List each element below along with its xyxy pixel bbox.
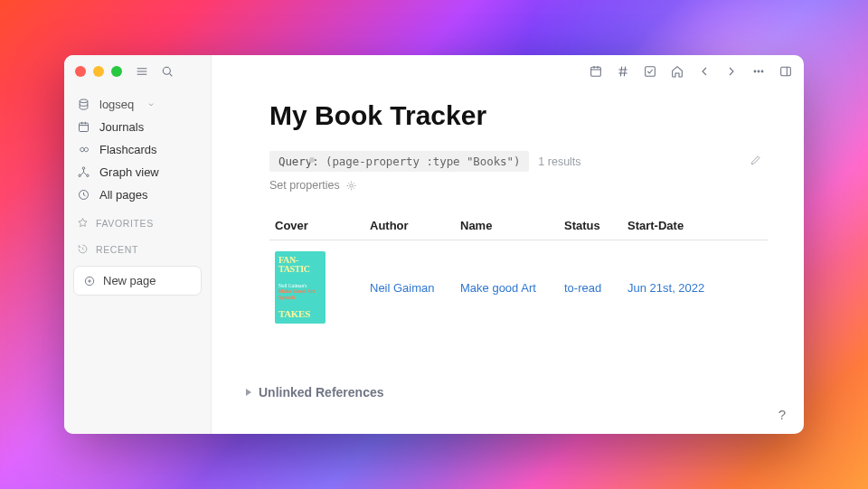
plus-circle-icon [83,275,96,287]
workspace-switcher[interactable]: logseq [64,93,211,116]
database-icon [77,98,90,111]
col-cover[interactable]: Cover [269,212,364,240]
menu-icon[interactable] [135,64,149,79]
svg-point-5 [761,71,763,72]
book-cover[interactable]: FAN-TASTIC Neil Gaiman's Make Good Art S… [275,251,326,324]
app-window: logseq Journals Flashcards Graph view Al… [64,55,804,434]
svg-rect-1 [591,67,601,76]
col-name[interactable]: Name [455,212,559,240]
edit-query-button[interactable] [750,154,768,169]
unlinked-label: Unlinked References [259,385,384,400]
sidebar-item-label: All pages [99,188,147,202]
cover-text-top: FAN-TASTIC [278,256,322,274]
expand-triangle-icon [246,389,251,396]
sidebar-item-graph-view[interactable]: Graph view [64,161,211,183]
hash-icon[interactable] [616,64,630,79]
query-block[interactable]: Query: (page-property :type "Books") 1 r… [269,151,768,172]
history-icon [77,243,89,255]
recent-label: RECENT [96,244,138,255]
start-date-link[interactable]: Jun 21st, 2022 [627,281,704,295]
nav-forward-icon[interactable] [724,64,739,79]
graph-icon [77,165,90,179]
checkbox-icon[interactable] [643,64,657,79]
table-row[interactable]: FAN-TASTIC Neil Gaiman's Make Good Art S… [269,240,768,335]
results-count: 1 results [538,155,580,168]
sidebar-item-all-pages[interactable]: All pages [64,183,211,206]
help-button[interactable]: ? [773,405,791,423]
col-start-date[interactable]: Start-Date [622,212,768,240]
titlebar [64,55,804,88]
block-bullet[interactable] [309,157,315,163]
unlinked-references[interactable]: Unlinked References [246,385,768,400]
svg-point-14 [350,183,353,186]
maximize-window[interactable] [111,66,122,77]
svg-point-0 [163,67,170,74]
svg-point-4 [758,71,760,72]
chevron-down-icon [146,100,156,109]
clock-icon [77,188,90,202]
sidebar-item-label: Graph view [99,165,159,179]
home-icon[interactable] [670,64,684,79]
status-link[interactable]: to-read [564,281,601,295]
svg-point-11 [87,174,90,177]
col-status[interactable]: Status [559,212,622,240]
svg-point-3 [754,71,756,72]
gear-icon [345,180,357,192]
set-properties-label: Set properties [269,179,340,192]
set-properties-button[interactable]: Set properties [269,179,768,192]
svg-point-7 [80,99,88,103]
more-icon[interactable] [751,64,766,79]
query-pill: Query: (page-property :type "Books") [269,151,529,172]
col-author[interactable]: Author [364,212,455,240]
infinity-icon [77,143,90,156]
table-header-row: Cover Author Name Status Start-Date [269,212,768,240]
sidebar-footer: New page [73,266,202,296]
right-panel-icon[interactable] [778,64,793,79]
sidebar-item-label: Journals [99,120,144,134]
svg-point-10 [79,174,81,177]
svg-rect-8 [80,123,89,131]
main-content: My Book Tracker Query: (page-property :t… [212,55,804,434]
cover-text-bot: TAKES [278,309,322,319]
books-table: Cover Author Name Status Start-Date FAN-… [269,212,768,334]
query-body: (page-property :type "Books") [326,155,520,168]
cover-text-mid: Neil Gaiman's Make Good Art Speech [278,281,322,302]
recent-section[interactable]: RECENT [64,232,211,259]
sidebar-item-label: Flashcards [99,143,157,156]
author-link[interactable]: Neil Gaiman [370,281,435,295]
sidebar-item-flashcards[interactable]: Flashcards [64,138,211,161]
new-page-label: New page [103,274,156,287]
favorites-label: FAVORITES [96,218,154,229]
calendar-icon[interactable] [589,64,603,79]
workspace-name: logseq [99,98,134,111]
favorites-section[interactable]: FAVORITES [64,206,211,232]
search-icon[interactable] [160,64,175,79]
minimize-window[interactable] [93,66,104,77]
svg-rect-6 [781,67,791,75]
window-controls [75,66,122,77]
svg-rect-2 [646,67,656,77]
sidebar-item-journals[interactable]: Journals [64,116,211,138]
close-window[interactable] [75,66,86,77]
calendar-icon [77,120,90,134]
book-name-link[interactable]: Make good Art [460,281,536,295]
page-title[interactable]: My Book Tracker [269,100,768,131]
star-icon [77,217,89,229]
new-page-button[interactable]: New page [74,267,201,295]
svg-point-9 [82,167,85,170]
nav-back-icon[interactable] [697,64,712,79]
sidebar: logseq Journals Flashcards Graph view Al… [64,55,212,434]
